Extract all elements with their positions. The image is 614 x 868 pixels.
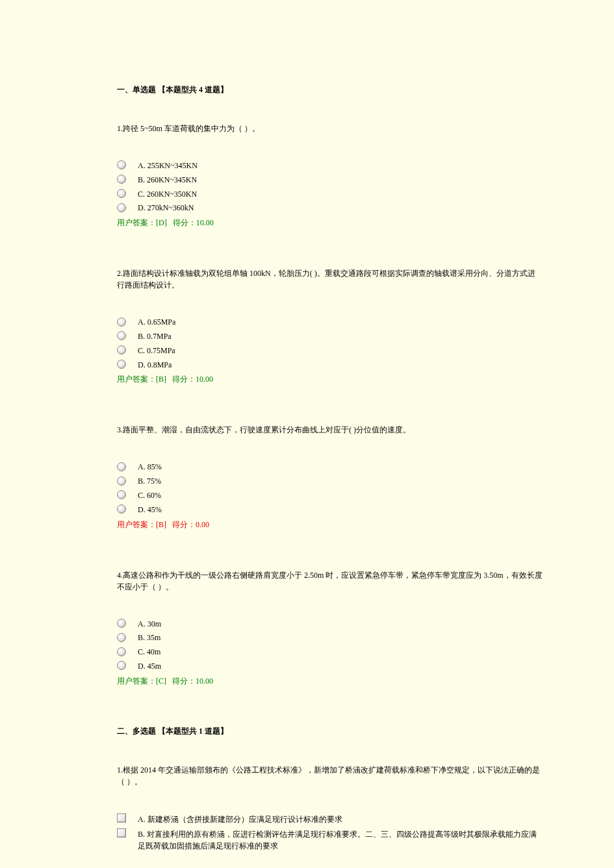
q1-option-a[interactable]: A. 255KN~345KN xyxy=(117,159,543,171)
q4-option-d[interactable]: D. 45m xyxy=(117,660,543,672)
answer-value: [D] xyxy=(156,218,167,227)
radio-icon xyxy=(117,345,126,354)
q3-option-c[interactable]: C. 60% xyxy=(117,489,543,501)
answer-prefix: 用户答案： xyxy=(117,676,156,686)
score-prefix: 得分： xyxy=(172,520,196,529)
q4-option-a-label: A. 30m xyxy=(138,617,161,630)
q3-option-d[interactable]: D. 45% xyxy=(117,503,543,515)
q1-option-a-label: A. 255KN~345KN xyxy=(138,159,198,171)
q1-option-d[interactable]: D. 270kN~360kN xyxy=(117,201,543,214)
section1-heading: 一、单选题 【本题型共 4 道题】 xyxy=(117,84,543,95)
q4-option-c[interactable]: C. 40m xyxy=(117,645,543,658)
mq1-option-b[interactable]: B. 对直接利用的原有桥涵，应进行检测评估并满足现行标准要求。二、三、四级公路提… xyxy=(117,827,543,852)
radio-icon xyxy=(117,462,126,471)
q2-option-d[interactable]: D. 0.8MPa xyxy=(117,358,543,371)
q4-option-b-label: B. 35m xyxy=(138,631,160,643)
answer-value: [B] xyxy=(156,520,166,529)
q2-option-d-label: D. 0.8MPa xyxy=(138,358,172,371)
radio-icon xyxy=(117,619,126,628)
q4-options: A. 30m B. 35m C. 40m D. 45m xyxy=(117,617,543,672)
q2-option-a[interactable]: A. 0.65MPa xyxy=(117,316,543,328)
q1-option-b-label: B. 260KN~345KN xyxy=(138,173,197,186)
radio-icon xyxy=(117,647,126,656)
radio-icon xyxy=(117,317,126,327)
q2-option-a-label: A. 0.65MPa xyxy=(138,316,175,328)
mq1-option-a[interactable]: A. 新建桥涵（含拼接新建部分）应满足现行设计标准的要求 xyxy=(117,812,543,825)
q4-option-d-label: D. 45m xyxy=(138,660,161,672)
q1-option-d-label: D. 270kN~360kN xyxy=(138,201,194,214)
radio-icon xyxy=(117,661,126,670)
radio-icon xyxy=(117,490,126,499)
q4-option-b[interactable]: B. 35m xyxy=(117,631,543,643)
checkbox-icon xyxy=(117,813,126,823)
q3-answer: 用户答案：[B] 得分：0.00 xyxy=(117,519,543,530)
section2-heading: 二、多选题 【本题型共 1 道题】 xyxy=(117,726,543,737)
mq1-text: 1.根据 2014 年交通运输部颁布的《公路工程技术标准》，新增加了桥涵改扩建荷… xyxy=(117,764,543,787)
q3-option-d-label: D. 45% xyxy=(138,503,162,515)
q3-option-b[interactable]: B. 75% xyxy=(117,475,543,487)
mq1-options: A. 新建桥涵（含拼接新建部分）应满足现行设计标准的要求 B. 对直接利用的原有… xyxy=(117,812,543,852)
checkbox-icon xyxy=(117,828,126,837)
score-value: 10.00 xyxy=(196,375,213,384)
q1-option-c-label: C. 260KN~350KN xyxy=(138,188,197,200)
q2-option-c[interactable]: C. 0.75MPa xyxy=(117,344,543,356)
answer-value: [C] xyxy=(156,676,166,686)
score-prefix: 得分： xyxy=(172,676,196,686)
q3-option-a-label: A. 85% xyxy=(138,460,162,473)
q1-text: 1.跨径 5~50m 车道荷载的集中力为（ ）。 xyxy=(117,123,543,134)
q2-option-b-label: B. 0.7MPa xyxy=(138,330,172,342)
q1-option-b[interactable]: B. 260KN~345KN xyxy=(117,173,543,186)
radio-icon xyxy=(117,360,126,369)
q3-option-b-label: B. 75% xyxy=(138,475,161,487)
answer-prefix: 用户答案： xyxy=(117,218,156,227)
q1-answer: 用户答案：[D] 得分：10.00 xyxy=(117,217,543,229)
q1-options: A. 255KN~345KN B. 260KN~345KN C. 260KN~3… xyxy=(117,159,543,214)
mq1-option-b-label: B. 对直接利用的原有桥涵，应进行检测评估并满足现行标准要求。二、三、四级公路提… xyxy=(138,827,543,852)
q3-text: 3.路面平整、潮湿，自由流状态下，行驶速度累计分布曲线上对应于( )分位值的速度… xyxy=(117,424,543,436)
q4-answer: 用户答案：[C] 得分：10.00 xyxy=(117,676,543,687)
radio-icon xyxy=(117,477,126,486)
radio-icon xyxy=(117,160,126,169)
radio-icon xyxy=(117,504,126,514)
score-value: 0.00 xyxy=(196,520,209,529)
q4-option-c-label: C. 40m xyxy=(138,645,160,658)
radio-icon xyxy=(117,633,126,642)
score-value: 10.00 xyxy=(196,676,213,686)
radio-icon xyxy=(117,331,126,340)
score-value: 10.00 xyxy=(196,218,214,227)
q4-option-a[interactable]: A. 30m xyxy=(117,617,543,630)
q2-answer: 用户答案：[B] 得分：10.00 xyxy=(117,374,543,385)
mq1-option-a-label: A. 新建桥涵（含拼接新建部分）应满足现行设计标准的要求 xyxy=(138,812,543,825)
q3-option-c-label: C. 60% xyxy=(138,489,161,501)
score-prefix: 得分： xyxy=(173,218,196,227)
answer-value: [B] xyxy=(156,375,166,384)
q2-option-c-label: C. 0.75MPa xyxy=(138,344,175,356)
radio-icon xyxy=(117,189,126,198)
q3-option-a[interactable]: A. 85% xyxy=(117,460,543,473)
q2-option-b[interactable]: B. 0.7MPa xyxy=(117,330,543,342)
q1-option-c[interactable]: C. 260KN~350KN xyxy=(117,188,543,200)
q4-text: 4.高速公路和作为干线的一级公路右侧硬路肩宽度小于 2.50m 时，应设置紧急停… xyxy=(117,569,543,593)
q3-options: A. 85% B. 75% C. 60% D. 45% xyxy=(117,460,543,515)
q2-text: 2.路面结构设计标准轴载为双轮组单轴 100kN，轮胎压力( )。重载交通路段可… xyxy=(117,267,543,291)
radio-icon xyxy=(117,175,126,184)
answer-prefix: 用户答案： xyxy=(117,520,156,529)
answer-prefix: 用户答案： xyxy=(117,375,156,384)
radio-icon xyxy=(117,203,126,212)
score-prefix: 得分： xyxy=(172,375,196,384)
q2-options: A. 0.65MPa B. 0.7MPa C. 0.75MPa D. 0.8MP… xyxy=(117,316,543,370)
